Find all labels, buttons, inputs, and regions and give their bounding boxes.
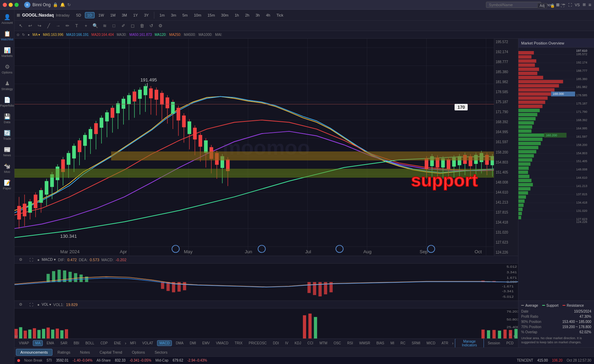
ind-osc[interactable]: OSC bbox=[331, 340, 343, 346]
maximize-button[interactable] bbox=[14, 3, 19, 7]
ray-tool[interactable]: → bbox=[54, 22, 62, 30]
redo-tool[interactable]: ↪ bbox=[35, 22, 43, 30]
ind-bbi[interactable]: BBI bbox=[71, 340, 81, 346]
ind-vwap[interactable]: VWAP bbox=[17, 340, 31, 346]
ind-vmacd[interactable]: VMACD bbox=[214, 340, 231, 346]
period-1d[interactable]: 1D bbox=[85, 12, 95, 18]
ind-iv[interactable]: IV bbox=[283, 340, 291, 346]
ind-dma[interactable]: DMA bbox=[173, 340, 186, 346]
undo-tool[interactable]: ↩ bbox=[26, 22, 34, 30]
ind-boll[interactable]: BOLL bbox=[83, 340, 97, 346]
tab-options[interactable]: Options bbox=[127, 349, 149, 356]
settings-tool[interactable]: ⚙ bbox=[156, 22, 165, 30]
minimize-button[interactable] bbox=[9, 3, 13, 7]
rect-tool[interactable]: □ bbox=[110, 22, 118, 30]
tab-announcements[interactable]: Announcements bbox=[16, 349, 52, 356]
tab-capital-trend[interactable]: Capital Trend bbox=[95, 349, 127, 356]
ind-ma[interactable]: MA bbox=[33, 340, 43, 346]
ind-wmsr[interactable]: WMSR bbox=[357, 340, 373, 346]
ind-mi[interactable]: MI bbox=[388, 340, 397, 346]
line-tool[interactable]: ╱ bbox=[45, 22, 53, 30]
macd-expand[interactable]: ⛶ bbox=[27, 256, 35, 264]
arrow-tool[interactable]: ↖ bbox=[17, 22, 25, 30]
period-1y[interactable]: 1Y bbox=[131, 12, 140, 18]
close-button[interactable] bbox=[3, 3, 7, 7]
tab-ratings[interactable]: Ratings bbox=[53, 349, 75, 356]
tab-notes[interactable]: Notes bbox=[76, 349, 95, 356]
sidebar-item-options[interactable]: ⚙ Options bbox=[1, 61, 14, 77]
ind-more-right[interactable]: › bbox=[452, 341, 454, 346]
ind-cdp[interactable]: CDP bbox=[98, 340, 110, 346]
fibonacci-tool[interactable]: ≋ bbox=[100, 22, 109, 30]
period-3y[interactable]: 3Y bbox=[142, 12, 151, 18]
sidebar-item-paper[interactable]: 📝 Paper bbox=[1, 177, 14, 193]
ind-more-left[interactable]: › bbox=[125, 341, 126, 346]
ind-volat[interactable]: VOLAT bbox=[140, 340, 156, 346]
ind-macd[interactable]: MACD bbox=[157, 340, 172, 346]
ind-kdj[interactable]: KDJ bbox=[292, 340, 304, 346]
period-3min[interactable]: 3m bbox=[168, 12, 178, 18]
period-10min[interactable]: 10m bbox=[192, 12, 204, 18]
period-30min[interactable]: 30m bbox=[219, 12, 231, 18]
ind-priceosc[interactable]: PRICEOSC bbox=[246, 340, 269, 346]
text-tool[interactable]: T bbox=[72, 22, 81, 30]
sidebar-item-watchlist[interactable]: 📋 Watchlist bbox=[1, 28, 14, 43]
macd-settings[interactable]: ⚙ bbox=[17, 256, 25, 264]
eraser-tool[interactable]: ◻ bbox=[128, 22, 137, 30]
sidebar-item-account[interactable]: 👤 Account bbox=[1, 11, 14, 27]
ind-rc[interactable]: RC bbox=[398, 340, 408, 346]
ind-ene[interactable]: ENE bbox=[111, 340, 124, 346]
ind-bias[interactable]: BIAS bbox=[374, 340, 387, 346]
sidebar-item-data[interactable]: 💾 Data bbox=[1, 110, 14, 126]
cursor-tool[interactable]: + bbox=[82, 22, 90, 30]
tab-sectors[interactable]: Sectors bbox=[150, 349, 172, 356]
magnify-tool[interactable]: 🔍 bbox=[91, 22, 99, 30]
sidebar-item-markets[interactable]: 📊 Markets bbox=[1, 44, 14, 60]
ticker-name[interactable]: GOOGL:Nasdaq bbox=[22, 13, 54, 18]
period-15min[interactable]: 15m bbox=[205, 12, 217, 18]
sidebar-item-paperfolio[interactable]: 📄 Paperfolio bbox=[1, 94, 14, 110]
session-tab[interactable]: Session bbox=[485, 340, 503, 346]
period-tick[interactable]: Tick bbox=[274, 12, 286, 18]
ind-srmi[interactable]: SRMI bbox=[409, 340, 423, 346]
period-3m[interactable]: 3M bbox=[119, 12, 129, 18]
ma-selector[interactable]: MA ▾ bbox=[32, 33, 40, 37]
price-chart[interactable]: moomoo support 170 bbox=[14, 39, 518, 256]
manage-indicators-btn[interactable]: Manage Indicators bbox=[455, 338, 484, 347]
brush-tool[interactable]: ✏ bbox=[63, 22, 71, 30]
sidebar-item-trade[interactable]: 🔄 Trade bbox=[1, 127, 14, 143]
ind-mfi[interactable]: MFI bbox=[128, 340, 138, 346]
sidebar-item-moo[interactable]: 🐄 Moo bbox=[1, 160, 14, 176]
period-1min[interactable]: 1m bbox=[157, 12, 167, 18]
compare-icon[interactable]: ⊞ bbox=[583, 2, 586, 7]
ind-trix[interactable]: TRIX bbox=[232, 340, 245, 346]
ind-rsi[interactable]: RSI bbox=[345, 340, 356, 346]
ind-ema[interactable]: EMA bbox=[44, 340, 57, 346]
ind-ddi[interactable]: DDI bbox=[271, 340, 281, 346]
ind-sar[interactable]: SAR bbox=[58, 340, 70, 346]
ind-micd[interactable]: MICD bbox=[424, 340, 438, 346]
period-5d[interactable]: 5D bbox=[74, 12, 84, 18]
ind-mtm[interactable]: MTM bbox=[317, 340, 330, 346]
pencil-tool[interactable]: ✐ bbox=[119, 22, 127, 30]
ind-cci[interactable]: CCI bbox=[305, 340, 315, 346]
period-2h[interactable]: 2h bbox=[243, 12, 252, 18]
expand-icon[interactable]: ⛶ bbox=[568, 3, 572, 7]
vol-expand[interactable]: ⛶ bbox=[27, 301, 35, 309]
undo2-tool[interactable]: ↺ bbox=[147, 22, 155, 30]
sidebar-item-strategy[interactable]: ♟ Strategy bbox=[1, 77, 14, 93]
settings-icon-top[interactable]: ≡ bbox=[588, 2, 591, 8]
ind-atr[interactable]: ATR bbox=[439, 340, 450, 346]
period-3h[interactable]: 3h bbox=[253, 12, 262, 18]
ind-dmi[interactable]: DMI bbox=[187, 340, 198, 346]
delete-tool[interactable]: 🗑 bbox=[138, 22, 146, 30]
period-5min[interactable]: 5m bbox=[180, 12, 190, 18]
refresh-small[interactable]: ↻ bbox=[22, 33, 25, 37]
period-1m[interactable]: 1M bbox=[108, 12, 118, 18]
circle-indicator[interactable]: ⊙ bbox=[17, 33, 19, 37]
sidebar-item-news[interactable]: 📰 News bbox=[1, 144, 14, 159]
period-1h[interactable]: 1h bbox=[232, 12, 241, 18]
pcd-tab[interactable]: PCD bbox=[504, 340, 516, 346]
ind-emv[interactable]: EMV bbox=[200, 340, 212, 346]
vol-settings[interactable]: ⚙ bbox=[17, 301, 25, 309]
